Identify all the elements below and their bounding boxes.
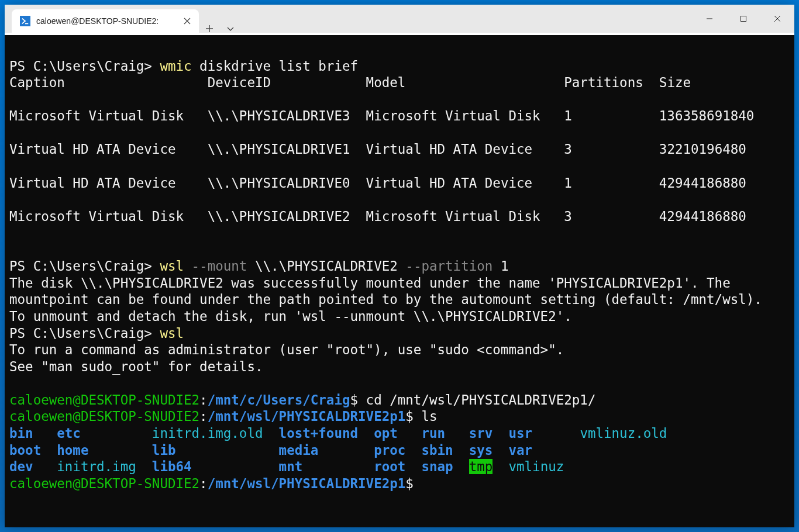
ls-dir: media	[279, 443, 319, 458]
terminal-window: caloewen@DESKTOP-SNUDIE2:	[5, 5, 794, 527]
ls-dir: lost+found	[279, 426, 358, 441]
ls-dir: snap	[421, 459, 453, 474]
svg-rect-6	[741, 16, 746, 22]
drive-caption: Virtual HD ATA Device	[9, 175, 175, 191]
drive-deviceid: \\.\PHYSICALDRIVE3	[208, 108, 350, 123]
cmd: wmic	[160, 58, 191, 74]
drive-deviceid: \\.\PHYSICALDRIVE1	[208, 141, 350, 157]
drive-partitions: 3	[564, 209, 572, 224]
drive-size: 42944186880	[659, 209, 746, 224]
col-caption: Caption	[9, 75, 65, 90]
ls-dir: sbin	[421, 443, 453, 458]
ls-dir: home	[57, 443, 88, 458]
tab-dropdown-button[interactable]	[220, 25, 241, 33]
ls-dir: boot	[9, 443, 41, 458]
maximize-button[interactable]	[726, 5, 760, 33]
drive-size: 42944186880	[659, 175, 746, 191]
ls-dir: bin	[9, 426, 33, 441]
linux-prompt-dollar: $	[405, 476, 414, 491]
drive-caption: Virtual HD ATA Device	[9, 141, 175, 157]
sudo-message: To run a command as administrator (user …	[9, 342, 564, 374]
tab-close-button[interactable]	[181, 15, 193, 27]
ps-prompt: PS C:\Users\Craig>	[9, 58, 160, 74]
drive-model: Microsoft Virtual Disk	[366, 209, 540, 224]
ps-prompt: PS C:\Users\Craig>	[9, 326, 160, 341]
new-tab-button[interactable]	[199, 25, 220, 33]
ls-sticky-dir: tmp	[469, 459, 493, 474]
drive-deviceid: \\.\PHYSICALDRIVE0	[208, 175, 350, 191]
mount-output: The disk \\.\PHYSICALDRIVE2 was successf…	[9, 275, 762, 324]
cmd-opt: --mount	[184, 258, 247, 274]
ls-dir: lib	[152, 443, 176, 458]
titlebar-drag-region[interactable]	[241, 5, 693, 33]
window-controls	[693, 5, 794, 33]
drive-partitions: 3	[564, 141, 572, 157]
col-size: Size	[659, 75, 691, 90]
linux-user: caloewen@DESKTOP-SNUDIE2	[9, 476, 199, 491]
drive-size: 136358691840	[659, 108, 755, 123]
linux-cmd: ls	[421, 409, 437, 424]
ls-link: vmlinuz	[508, 459, 564, 474]
ls-dir: srv	[469, 426, 493, 441]
ls-dir: etc	[57, 426, 81, 441]
ls-dir: proc	[374, 443, 405, 458]
linux-user: caloewen@DESKTOP-SNUDIE2	[9, 392, 199, 407]
drive-model: Virtual HD ATA Device	[366, 141, 532, 157]
ls-link: vmlinuz.old	[580, 426, 667, 441]
drive-caption: Microsoft Virtual Disk	[9, 108, 184, 123]
ls-dir: usr	[508, 426, 532, 441]
ps-prompt: PS C:\Users\Craig>	[9, 258, 160, 274]
ls-link: initrd.img	[57, 459, 136, 474]
titlebar[interactable]: caloewen@DESKTOP-SNUDIE2:	[5, 5, 794, 33]
drive-partitions: 1	[564, 175, 572, 191]
cmd: wsl	[160, 326, 184, 341]
linux-path: /mnt/wsl/PHYSICALDRIVE2p1	[208, 476, 406, 491]
drive-partitions: 1	[564, 108, 572, 123]
ls-dir: root	[374, 459, 405, 474]
drive-model: Microsoft Virtual Disk	[366, 108, 540, 123]
col-partitions: Partitions	[564, 75, 643, 90]
drive-caption: Microsoft Virtual Disk	[9, 209, 184, 224]
close-button[interactable]	[760, 5, 794, 33]
ls-dir: lib64	[152, 459, 192, 474]
linux-user: caloewen@DESKTOP-SNUDIE2	[9, 409, 199, 424]
ls-dir: opt	[374, 426, 398, 441]
linux-path: /mnt/wsl/PHYSICALDRIVE2p1	[208, 409, 406, 424]
tab-active[interactable]: caloewen@DESKTOP-SNUDIE2:	[12, 9, 199, 33]
powershell-icon	[20, 16, 30, 26]
terminal-content[interactable]: PS C:\Users\Craig> wmic diskdrive list b…	[5, 33, 794, 527]
ls-dir: mnt	[279, 459, 303, 474]
drive-deviceid: \\.\PHYSICALDRIVE2	[208, 209, 350, 224]
ls-dir: sys	[469, 443, 493, 458]
ls-link: initrd.img.old	[152, 426, 263, 441]
ls-dir: var	[508, 443, 532, 458]
ls-dir: run	[421, 426, 445, 441]
cmd-args: diskdrive list brief	[192, 58, 358, 74]
drive-model: Virtual HD ATA Device	[366, 175, 532, 191]
cmd-arg: 1	[493, 258, 508, 274]
cmd-arg: \\.\PHYSICALDRIVE2	[247, 258, 397, 274]
cmd: wsl	[160, 258, 184, 274]
linux-cmd: cd /mnt/wsl/PHYSICALDRIVE2p1/	[366, 392, 596, 407]
cmd-opt: --partition	[398, 258, 493, 274]
linux-path: /mnt/c/Users/Craig	[208, 392, 350, 407]
drive-size: 32210196480	[659, 141, 746, 157]
col-deviceid: DeviceID	[208, 75, 271, 90]
tab-strip: caloewen@DESKTOP-SNUDIE2:	[5, 5, 241, 33]
minimize-button[interactable]	[693, 5, 726, 33]
ls-dir: dev	[9, 459, 33, 474]
tab-title: caloewen@DESKTOP-SNUDIE2:	[36, 16, 175, 26]
col-model: Model	[366, 75, 406, 90]
